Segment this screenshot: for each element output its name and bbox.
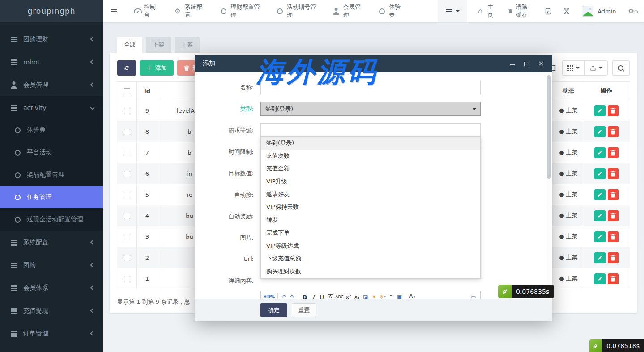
dropdown-option[interactable]: VIP等级达成	[261, 240, 480, 253]
status-badge: 上架	[566, 149, 578, 156]
row-checkbox[interactable]	[124, 192, 130, 198]
type-select[interactable]: 签到(登录)	[260, 102, 481, 116]
dropdown-option-label: 转发	[266, 216, 278, 223]
refresh-button[interactable]	[117, 60, 136, 76]
tab[interactable]: 全部	[117, 37, 142, 53]
sidebar-item[interactable]: 会员管理	[0, 73, 103, 96]
pencil-icon	[597, 192, 603, 198]
delete-row-button[interactable]	[608, 273, 619, 284]
minimize-icon[interactable]	[509, 60, 516, 67]
navbar-home-button[interactable]: 主页	[469, 0, 501, 22]
row-checkbox[interactable]	[124, 234, 130, 240]
navbar-item[interactable]: 体验券	[370, 0, 411, 22]
name-input[interactable]	[260, 81, 481, 94]
dropdown-option[interactable]: VIP保持天数	[261, 201, 480, 214]
sidebar-item-activity[interactable]: activity	[0, 96, 103, 119]
search-button[interactable]	[612, 60, 630, 76]
edit-row-button[interactable]	[594, 168, 606, 179]
maximize-icon[interactable]	[524, 60, 530, 67]
tab[interactable]: 下架	[146, 37, 171, 53]
add-button[interactable]: + 添加	[140, 60, 174, 76]
dropdown-option[interactable]: 邀请好友	[261, 188, 480, 201]
delete-row-button[interactable]	[608, 147, 619, 158]
sidebar-subitem[interactable]: 送现金活动配置管理	[0, 208, 103, 231]
sidebar-item-icon	[10, 262, 18, 269]
edit-row-button[interactable]	[594, 189, 606, 200]
navbar-item[interactable]: 活动期号管理	[268, 0, 324, 22]
row-checkbox[interactable]	[124, 171, 130, 177]
chevron-left-icon	[90, 60, 95, 64]
dropdown-option[interactable]: 签到(登录)	[261, 137, 480, 150]
row-checkbox[interactable]	[124, 276, 130, 282]
dropdown-option[interactable]: 完成下单	[261, 227, 480, 240]
export-button[interactable]	[584, 60, 608, 76]
delete-row-button[interactable]	[608, 168, 619, 179]
edit-row-button[interactable]	[594, 105, 606, 116]
edit-row-button[interactable]	[594, 231, 606, 242]
sidebar-item[interactable]: 会员体系	[0, 276, 103, 299]
sidebar-subitem[interactable]: 奖品配置管理	[0, 164, 103, 186]
sidebar-item[interactable]: robot	[0, 51, 103, 73]
delete-row-button[interactable]	[608, 126, 619, 137]
delete-row-button[interactable]	[608, 105, 619, 116]
level-input[interactable]	[260, 123, 481, 137]
navbar-item[interactable]: 控制台	[125, 0, 166, 22]
delete-row-button[interactable]	[608, 210, 619, 221]
navbar-user-button[interactable]: Admin	[576, 0, 622, 22]
navbar-item-label: 活动期号管理	[287, 3, 317, 19]
status-badge: 上架	[566, 233, 578, 240]
thinkphp-flame-icon	[498, 285, 512, 298]
row-checkbox[interactable]	[124, 150, 130, 156]
sidebar-item[interactable]: 团购	[0, 254, 103, 276]
sidebar-subitem-label: 平台活动	[27, 148, 52, 157]
navbar-fullscreen-button[interactable]	[558, 0, 576, 22]
row-checkbox[interactable]	[124, 108, 130, 114]
navbar-item[interactable]: 系统配置	[166, 0, 212, 22]
edit-row-button[interactable]	[594, 273, 606, 284]
status-badge: 上架	[566, 107, 578, 114]
dropdown-option[interactable]: 转发	[261, 214, 480, 227]
sidebar-toggle-button[interactable]	[103, 8, 125, 15]
row-checkbox[interactable]	[124, 213, 130, 219]
select-all-checkbox[interactable]	[124, 88, 130, 94]
close-icon[interactable]: ×	[538, 60, 544, 67]
tab[interactable]: 上架	[175, 37, 200, 53]
dropdown-option[interactable]: VIP升级	[261, 175, 480, 188]
delete-row-button[interactable]	[608, 252, 619, 263]
edit-row-button[interactable]	[594, 252, 606, 263]
row-checkbox[interactable]	[124, 129, 130, 135]
sidebar-menu: 团购理财 robot 会员管理 activity	[0, 22, 103, 345]
sidebar-subitem[interactable]: 任务管理	[0, 186, 103, 208]
sidebar-item[interactable]: 充值提现	[0, 299, 103, 322]
dropdown-option[interactable]: 充值金额	[261, 162, 480, 175]
row-checkbox[interactable]	[124, 255, 130, 261]
dropdown-option[interactable]: 下级充值总额	[261, 252, 480, 265]
sidebar-item[interactable]: 订单管理	[0, 322, 103, 345]
edit-row-button[interactable]	[594, 126, 606, 137]
columns-button[interactable]	[562, 60, 585, 76]
sidebar-subitem[interactable]: 体验券	[0, 119, 103, 141]
sidebar-item[interactable]: 系统配置	[0, 231, 103, 254]
navbar-settings-button[interactable]: ⚙⚙	[623, 0, 644, 22]
delete-row-button[interactable]	[608, 189, 619, 200]
edit-row-button[interactable]	[594, 147, 606, 158]
navbar-item[interactable]: 会员管理	[324, 0, 371, 22]
navbar-clear-cache-button[interactable]: 清除缓存	[501, 0, 539, 22]
dropdown-option-label: 完成下单	[266, 229, 290, 236]
navbar-log-button[interactable]	[539, 0, 558, 22]
dialog-scrollbar-thumb[interactable]	[547, 75, 551, 179]
delete-row-button[interactable]	[608, 231, 619, 242]
reset-button[interactable]: 重置	[292, 303, 316, 317]
edit-row-button[interactable]	[594, 210, 606, 221]
dropdown-option[interactable]: 购买理财次数	[261, 265, 480, 278]
navbar-menu-dropdown-button[interactable]	[438, 0, 467, 22]
status-dot-icon: ●	[559, 107, 564, 114]
sidebar-subitem-label: 任务管理	[27, 193, 52, 201]
dropdown-option[interactable]: 充值次数	[261, 150, 480, 163]
trash-icon	[610, 171, 616, 177]
dialog-header[interactable]: 添加 ×	[195, 55, 552, 72]
navbar-item[interactable]: 理财配置管理	[212, 0, 268, 22]
sidebar-subitem[interactable]: 平台活动	[0, 141, 103, 164]
sidebar-item[interactable]: 团购理财	[0, 28, 103, 51]
confirm-button[interactable]: 确定	[260, 303, 287, 317]
